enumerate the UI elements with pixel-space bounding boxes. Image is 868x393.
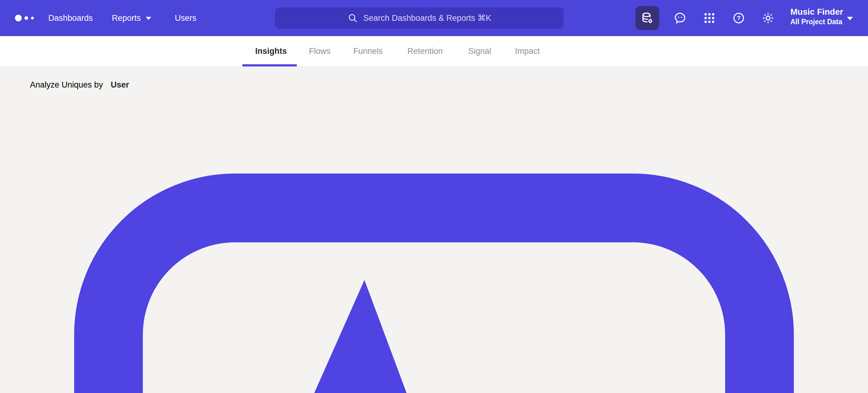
tab-retention[interactable]: Retention xyxy=(407,36,443,66)
apps-grid-button[interactable] xyxy=(698,6,721,30)
svg-text:?: ? xyxy=(737,15,741,22)
events-view-tab-icon[interactable] xyxy=(0,63,868,393)
nav-dashboards[interactable]: Dashboards xyxy=(48,0,93,36)
project-selector[interactable]: Music Finder All Project Data xyxy=(790,7,843,26)
data-management-button[interactable] xyxy=(636,6,659,30)
active-tab-underline xyxy=(242,64,297,66)
tab-impact[interactable]: Impact xyxy=(515,36,540,66)
help-button[interactable]: ? xyxy=(727,6,751,30)
chevron-down-icon xyxy=(145,16,152,20)
gear-icon xyxy=(761,11,775,25)
support-chat-button[interactable] xyxy=(668,6,692,30)
tab-signal[interactable]: Signal xyxy=(468,36,491,66)
analyze-line: Analyze Uniques by User xyxy=(30,80,129,90)
project-name: Music Finder xyxy=(790,7,843,17)
nav-users[interactable]: Users xyxy=(175,0,196,36)
tab-flows-label: Flows xyxy=(309,47,331,56)
tab-insights[interactable]: Insights xyxy=(255,36,287,66)
grid-icon xyxy=(703,11,716,25)
search-placeholder: Search Dashboards & Reports ⌘K xyxy=(363,13,492,23)
mixpanel-logo-icon[interactable] xyxy=(14,12,38,24)
mixpanel-app: Dashboards Reports Users Search Dashboar… xyxy=(0,0,868,393)
analyze-entity-selector[interactable]: User xyxy=(111,80,129,89)
tab-impact-label: Impact xyxy=(515,47,540,56)
tab-insights-label: Insights xyxy=(255,47,287,56)
nav-users-label: Users xyxy=(175,13,196,23)
nav-dashboards-label: Dashboards xyxy=(48,13,93,23)
analyze-prefix: Analyze Uniques by xyxy=(30,80,103,89)
chat-bubble-icon xyxy=(673,11,687,25)
tab-funnels-label: Funnels xyxy=(353,47,383,56)
help-icon: ? xyxy=(732,11,745,25)
project-caret-icon xyxy=(846,16,854,21)
builder-view-tabs xyxy=(0,63,868,393)
database-gear-icon xyxy=(640,11,654,25)
nav-reports-label: Reports xyxy=(112,13,141,23)
report-tab-bar: Insights Flows Funnels Retention Signal … xyxy=(0,36,868,67)
search-input[interactable]: Search Dashboards & Reports ⌘K xyxy=(275,7,564,29)
tab-signal-label: Signal xyxy=(468,47,491,56)
tab-retention-label: Retention xyxy=(407,47,443,56)
project-scope: All Project Data xyxy=(790,17,843,26)
nav-reports[interactable]: Reports xyxy=(112,0,152,36)
top-header-bar: Dashboards Reports Users Search Dashboar… xyxy=(0,0,868,36)
tab-flows[interactable]: Flows xyxy=(309,36,331,66)
query-builder-card: EVENTS & COHORTS xyxy=(0,63,868,393)
search-icon xyxy=(347,13,358,23)
settings-button[interactable] xyxy=(756,6,780,30)
tab-funnels[interactable]: Funnels xyxy=(353,36,383,66)
